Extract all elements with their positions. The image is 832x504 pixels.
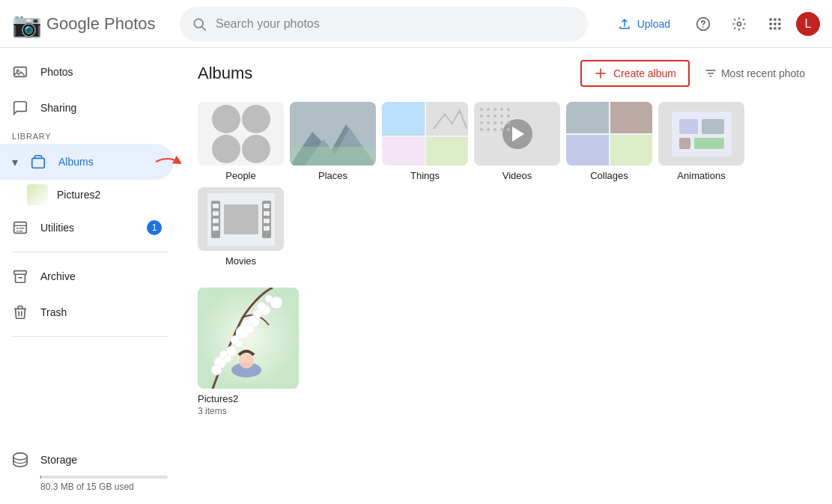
archive-icon [12, 268, 28, 285]
svg-rect-27 [290, 147, 376, 166]
svg-rect-17 [32, 158, 45, 168]
category-things[interactable]: Things [382, 102, 468, 181]
category-collages[interactable]: Collages [566, 102, 652, 181]
avatar[interactable]: L [796, 12, 820, 36]
album-name-pictures2: Pictures2 [198, 393, 299, 404]
svg-rect-9 [770, 22, 772, 25]
movies-svg [207, 193, 275, 246]
album-thumb-pictures2 [198, 288, 299, 389]
sidebar-item-trash[interactable]: Trash [0, 294, 174, 330]
flower-photo [198, 288, 299, 389]
sidebar-label-albums: Albums [58, 156, 94, 168]
things-cell-1 [382, 102, 425, 136]
sidebar-item-albums[interactable]: ▾ Albums [0, 144, 174, 180]
category-videos[interactable]: Videos [474, 102, 560, 181]
logo[interactable]: 📷 Google Photos [12, 9, 162, 39]
person-icon-2 [242, 105, 270, 133]
svg-point-64 [239, 353, 254, 368]
svg-rect-44 [264, 226, 270, 231]
album-item-pictures2[interactable]: Pictures2 3 items [198, 288, 299, 416]
collage-cell-4 [610, 135, 653, 166]
collage-cell-1 [566, 102, 609, 133]
sharing-icon [12, 100, 28, 116]
apps-button[interactable] [760, 9, 790, 39]
most-recent-button[interactable]: Most recent photo [696, 60, 814, 87]
upload-button[interactable]: Upload [606, 10, 682, 37]
category-people[interactable]: People [198, 102, 284, 181]
svg-point-5 [738, 22, 741, 25]
person-icon-4 [242, 135, 270, 163]
utilities-badge: 1 [147, 220, 162, 235]
arrow-decoration [154, 153, 181, 171]
play-triangle [512, 127, 524, 142]
svg-point-59 [224, 355, 231, 362]
search-input[interactable] [216, 17, 576, 31]
person-icon-3 [212, 135, 240, 163]
sidebar-item-photos[interactable]: Photos [0, 54, 174, 90]
sidebar-label-sharing: Sharing [40, 102, 76, 114]
expand-icon[interactable]: ▾ [12, 155, 18, 169]
svg-point-58 [211, 365, 222, 375]
sidebar-item-utilities[interactable]: Utilities 1 [0, 210, 174, 246]
category-thumb-things [382, 102, 468, 166]
category-label-collages: Collages [566, 170, 652, 181]
category-label-people: People [198, 170, 284, 181]
svg-rect-42 [264, 211, 270, 216]
svg-rect-38 [213, 219, 219, 223]
svg-rect-43 [264, 219, 270, 223]
svg-point-22 [222, 142, 229, 148]
things-grid [382, 102, 468, 166]
create-album-label: Create album [613, 67, 676, 79]
albums-grid: Pictures2 3 items [198, 288, 814, 416]
sidebar-label-utilities: Utilities [40, 222, 74, 234]
upload-icon [618, 17, 631, 31]
settings-button[interactable] [724, 9, 754, 39]
create-album-button[interactable]: Create album [580, 60, 690, 87]
storage-icon [12, 452, 28, 468]
svg-rect-32 [679, 138, 690, 149]
header-actions: Upload [606, 9, 820, 39]
storage-bar-container [40, 476, 168, 479]
albums-title: Albums [198, 64, 252, 83]
layout: Photos Sharing LIBRARY ▾ Albums [0, 48, 832, 504]
category-thumb-places [290, 102, 376, 166]
collages-inner [566, 102, 652, 166]
search-bar[interactable] [180, 7, 588, 41]
gear-icon [732, 16, 747, 31]
svg-rect-13 [774, 27, 776, 29]
album-thumbnail-pictures2 [27, 184, 48, 205]
category-animations[interactable]: Animations [658, 102, 744, 181]
category-thumb-videos [474, 102, 560, 166]
sidebar-item-archive[interactable]: Archive [0, 258, 174, 294]
storage-usage: 80.3 MB of 15 GB used [40, 482, 168, 492]
sidebar-divider-2 [12, 336, 168, 337]
svg-rect-10 [774, 22, 776, 25]
albums-icon [30, 154, 46, 170]
help-button[interactable] [688, 9, 718, 39]
sidebar-item-sharing[interactable]: Sharing [0, 90, 174, 126]
sidebar-sub-label-pictures2: Pictures2 [57, 189, 100, 201]
svg-point-4 [702, 26, 704, 28]
google-logo-icon: 📷 [12, 9, 42, 39]
category-places[interactable]: Places [290, 102, 376, 181]
help-icon [696, 16, 711, 31]
category-label-animations: Animations [658, 170, 744, 181]
videos-inner [474, 102, 560, 166]
collage-cell-2 [610, 102, 653, 133]
svg-rect-14 [778, 27, 780, 29]
svg-point-61 [265, 295, 273, 303]
svg-rect-19 [14, 271, 27, 275]
sidebar-divider [12, 252, 168, 252]
sidebar-sub-item-pictures2[interactable]: Pictures2 [0, 180, 174, 210]
photos-icon [12, 64, 28, 80]
svg-rect-39 [213, 226, 219, 231]
sidebar: Photos Sharing LIBRARY ▾ Albums [0, 48, 180, 504]
collage-cell-3 [566, 135, 609, 166]
svg-point-21 [252, 112, 259, 118]
category-label-things: Things [382, 170, 468, 181]
svg-rect-37 [213, 211, 219, 216]
album-count-pictures2: 3 items [198, 406, 299, 416]
category-movies[interactable]: Movies [198, 187, 284, 267]
svg-rect-8 [778, 18, 780, 20]
storage-item[interactable]: Storage [12, 449, 168, 471]
